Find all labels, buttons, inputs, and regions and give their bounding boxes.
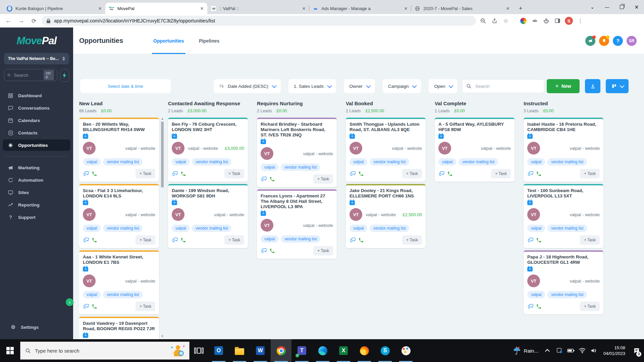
volume-icon[interactable]: [589, 344, 599, 357]
browser-tab-ads-manager[interactable]: ∞ Ads Manager - Manage a ✕: [309, 3, 411, 14]
help-button[interactable]: ?: [613, 36, 623, 46]
opportunity-card[interactable]: A - 5 Giffard Way, AYLESBURY HP18 9DW + …: [435, 118, 515, 182]
start-button[interactable]: [0, 339, 20, 362]
taskbar-word[interactable]: W: [250, 339, 271, 362]
browser-tab-movepal[interactable]: MovePal MovePal ✕: [105, 3, 207, 14]
calendar-plus-icon[interactable]: +: [172, 200, 177, 205]
chat-icon[interactable]: [527, 237, 534, 243]
sidebar-item-marketing[interactable]: Marketing: [3, 162, 70, 173]
add-task-button[interactable]: + Task: [580, 302, 600, 311]
forward-button[interactable]: →: [15, 15, 28, 26]
sort-dropdown[interactable]: Date Added (DESC): [214, 79, 281, 93]
taskbar-paint[interactable]: [395, 339, 416, 362]
phone-icon[interactable]: [536, 171, 542, 177]
sidebar-item-dashboard[interactable]: Dashboard: [3, 90, 70, 101]
add-task-button[interactable]: + Task: [491, 169, 511, 178]
calendar-plus-icon[interactable]: +: [527, 267, 533, 272]
address-bar[interactable]: app.mymovepal.com/v2/location/mYtHEJCrru…: [42, 16, 476, 26]
sidebar-collapse-button[interactable]: ‹: [66, 298, 73, 306]
opportunity-card[interactable]: Richard Brindley - Starboard Mariners Lo…: [257, 118, 337, 187]
action-center-button[interactable]: 3: [629, 339, 644, 362]
sidebar-item-calendars[interactable]: Calendars: [3, 115, 70, 126]
opportunity-card[interactable]: Isabel Hastie - 16 Pretoria Road, CAMBRI…: [524, 118, 603, 182]
calendar-plus-icon[interactable]: +: [527, 200, 533, 205]
sidebar-item-automation[interactable]: Automation: [3, 174, 70, 186]
taskbar-teams[interactable]: T ✓: [291, 339, 312, 362]
add-task-button[interactable]: + Task: [313, 246, 333, 255]
new-tab-button[interactable]: +: [516, 4, 525, 13]
opportunity-card[interactable]: David Vawdrey - 19 Davenport Road, BOGNO…: [79, 317, 159, 339]
taskbar-search[interactable]: Type here to search ✦: [20, 342, 190, 360]
calendar-plus-icon[interactable]: +: [350, 134, 355, 139]
chat-icon[interactable]: [261, 176, 267, 182]
opportunity-card[interactable]: Papa J - 18 Highworth Road, GLOUCESTER G…: [524, 250, 603, 314]
calendar-plus-icon[interactable]: +: [83, 200, 88, 205]
sidebar-item-settings[interactable]: ⚙ Settings: [5, 321, 68, 333]
opportunity-card[interactable]: Scsa - Flat 3 3 Limeharbour, LONDON E14 …: [79, 184, 159, 248]
opportunity-card[interactable]: Aaa - 1 White Kennet Street, LONDON E1 7…: [79, 250, 159, 314]
browser-menu-icon[interactable]: ⋮: [575, 15, 586, 26]
announcements-button[interactable]: [585, 36, 595, 46]
calendar-plus-icon[interactable]: +: [438, 134, 444, 139]
phone-icon[interactable]: [536, 304, 542, 309]
scroll-down-icon[interactable]: ▼: [160, 335, 164, 338]
pipeline-dropdown[interactable]: 1. Sales Leads: [288, 79, 336, 93]
quick-actions-button[interactable]: [60, 69, 69, 82]
chat-icon[interactable]: [261, 248, 267, 254]
taskbar-chrome[interactable]: [271, 339, 291, 362]
window-restore-button[interactable]: [614, 0, 629, 14]
bookmark-star-icon[interactable]: ☆: [500, 15, 512, 26]
tab-close-icon[interactable]: ✕: [97, 5, 103, 12]
chat-icon[interactable]: [350, 237, 356, 243]
zoom-out-icon[interactable]: [477, 15, 489, 26]
sidebar-search-input[interactable]: ctrl K: [4, 69, 57, 81]
sidebar-item-sites[interactable]: Sites: [3, 187, 70, 198]
board-view-toggle-button[interactable]: [606, 79, 629, 93]
phone-icon[interactable]: [447, 171, 453, 177]
sidebar-item-reporting[interactable]: Reporting: [3, 199, 70, 210]
back-button[interactable]: ←: [2, 15, 15, 26]
user-avatar[interactable]: SR: [627, 36, 637, 46]
add-task-button[interactable]: + Task: [402, 169, 422, 178]
add-task-button[interactable]: + Task: [313, 174, 333, 184]
phone-icon[interactable]: [92, 237, 97, 243]
opportunity-card[interactable]: Ben - 20 Willetts Way, BILLINGSHURST RH1…: [79, 118, 159, 182]
scrollbar-thumb[interactable]: [161, 122, 164, 187]
calendar-plus-icon[interactable]: +: [83, 267, 88, 272]
taskbar-firefox[interactable]: [354, 339, 375, 362]
calendar-plus-icon[interactable]: +: [83, 134, 88, 139]
add-task-button[interactable]: + Task: [136, 302, 155, 311]
browser-profile-avatar[interactable]: S: [563, 15, 575, 26]
taskbar-edge[interactable]: [312, 339, 333, 362]
calendar-plus-icon[interactable]: +: [261, 139, 266, 144]
color-wheel-extension-icon[interactable]: [518, 15, 529, 26]
add-task-button[interactable]: + Task: [136, 169, 155, 178]
opportunity-card[interactable]: Jake Dooley - 21 Kings Road, ELLESMERE P…: [346, 184, 426, 248]
add-task-button[interactable]: + Task: [402, 235, 422, 245]
phone-icon[interactable]: [358, 237, 364, 243]
tray-chevron-up-icon[interactable]: [543, 344, 553, 357]
scroll-up-icon[interactable]: ▲: [160, 117, 164, 120]
opportunities-search[interactable]: [462, 79, 544, 93]
share-icon[interactable]: [489, 15, 500, 26]
sidebar-item-contacts[interactable]: Contacts: [3, 127, 70, 138]
location-switcher[interactable]: The ValPal Network -- Be...: [4, 53, 69, 64]
chat-icon[interactable]: [438, 171, 445, 177]
chat-icon[interactable]: [83, 237, 90, 243]
window-minimize-button[interactable]: —: [600, 0, 614, 14]
chat-icon[interactable]: [350, 171, 356, 177]
opportunity-card[interactable]: Frances Lyons - Apartment 27 The Albany …: [257, 189, 337, 259]
opportunity-card[interactable]: Dante - 199 Windsor Road, WORKSOP S81 9D…: [168, 184, 248, 248]
phone-icon[interactable]: [269, 248, 275, 254]
owner-dropdown[interactable]: Owner: [344, 79, 375, 93]
notifications-button[interactable]: [599, 36, 609, 46]
tab-close-icon[interactable]: ✕: [301, 5, 307, 12]
extensions-puzzle-icon[interactable]: [540, 15, 552, 26]
add-task-button[interactable]: + Task: [136, 235, 155, 245]
code-extension-icon[interactable]: </>: [529, 15, 540, 26]
phone-icon[interactable]: [92, 171, 97, 177]
tab-close-icon[interactable]: ✕: [402, 5, 409, 12]
add-task-button[interactable]: + Task: [224, 235, 244, 245]
battery-icon[interactable]: [566, 344, 576, 357]
phone-icon[interactable]: [180, 237, 186, 243]
